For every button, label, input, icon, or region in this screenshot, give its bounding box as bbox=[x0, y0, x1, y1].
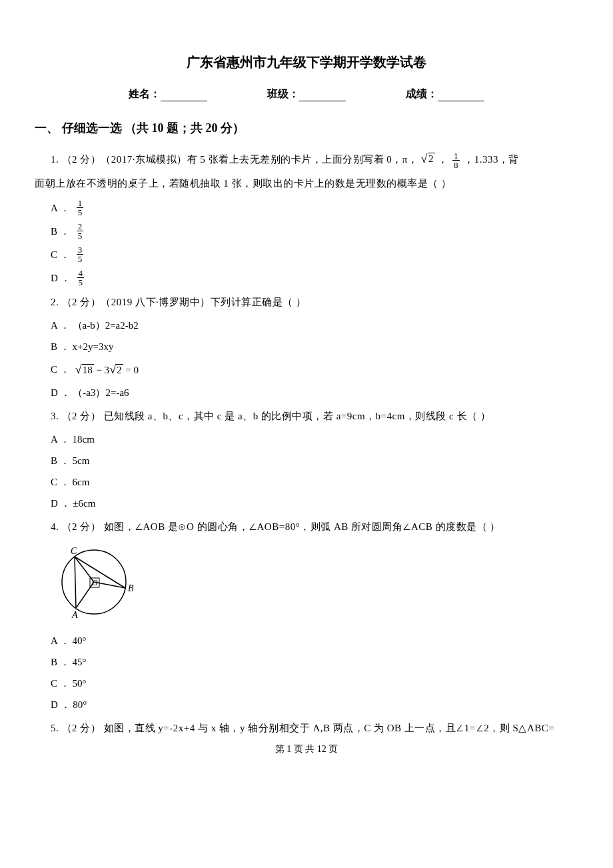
label-C: C bbox=[71, 546, 77, 556]
label-A: A bbox=[71, 610, 78, 620]
question-3: 3. （2 分） 已知线段 a、b、c，其中 c 是 a、b 的比例中项，若 a… bbox=[51, 406, 578, 426]
q3-option-a: A ． 18cm bbox=[51, 431, 578, 447]
svg-line-4 bbox=[75, 557, 76, 608]
sqrt-2-icon: √2 bbox=[421, 147, 435, 171]
class-field: 班级： bbox=[267, 87, 346, 101]
q1-text-c: ，1.333，背 bbox=[464, 154, 519, 165]
q1-text-b: ， bbox=[438, 154, 448, 165]
q2c-expr: √18 − 3√2 = 0 bbox=[75, 360, 139, 379]
q3-option-d: D ． ±6cm bbox=[51, 495, 578, 511]
sqrt-18-icon: √18 bbox=[75, 360, 94, 379]
q4-option-c: C ． 50° bbox=[51, 675, 578, 691]
class-label: 班级： bbox=[267, 88, 299, 99]
svg-line-2 bbox=[76, 582, 94, 608]
q2-option-d: D ． （‐a3）2=‐a6 bbox=[51, 385, 578, 401]
q1-text-a: 1. （2 分）（2017·东城模拟）有 5 张看上去无差别的卡片，上面分别写着… bbox=[51, 154, 418, 165]
circle-angle-icon: C O A B bbox=[51, 541, 144, 621]
q1-option-c: C ． 35 bbox=[51, 245, 578, 263]
q1-option-b: B ． 25 bbox=[51, 222, 578, 240]
question-1: 1. （2 分）（2017·东城模拟）有 5 张看上去无差别的卡片，上面分别写着… bbox=[51, 147, 578, 171]
label-B: B bbox=[128, 583, 134, 593]
q2c-prefix: C ． bbox=[51, 361, 70, 377]
question-2: 2. （2 分）（2019 八下·博罗期中）下列计算正确是（ ） bbox=[51, 292, 578, 312]
label-O: O bbox=[92, 578, 98, 587]
question-1-cont: 面朝上放在不透明的桌子上，若随机抽取 1 张，则取出的卡片上的数是无理数的概率是… bbox=[35, 173, 578, 193]
q3-option-c: C ． 6cm bbox=[51, 474, 578, 490]
exam-page: 广东省惠州市九年级下学期开学数学试卷 姓名： 班级： 成绩： 一、 仔细选一选 … bbox=[0, 0, 613, 769]
q2-option-b: B ． x+2y=3xy bbox=[51, 339, 578, 355]
q4-option-a: A ． 40° bbox=[51, 633, 578, 649]
section-heading: 一、 仔细选一选 （共 10 题；共 20 分） bbox=[35, 120, 578, 136]
question-4: 4. （2 分） 如图，∠AOB 是⊙O 的圆心角，∠AOB=80°，则弧 AB… bbox=[51, 517, 578, 537]
fraction-1-5: 15 bbox=[77, 199, 84, 217]
q1-option-d: D ． 45 bbox=[51, 269, 578, 287]
q2-option-c: C ． √18 − 3√2 = 0 bbox=[51, 360, 578, 379]
score-blank[interactable] bbox=[438, 91, 484, 101]
score-field: 成绩： bbox=[406, 87, 484, 101]
q2-option-a: A ． （a‐b）2=a2‐b2 bbox=[51, 317, 578, 333]
sqrt-2b-icon: √2 bbox=[109, 360, 123, 379]
fraction-3-5: 35 bbox=[77, 245, 84, 263]
question-5: 5. （2 分） 如图，直线 y=-2x+4 与 x 轴，y 轴分别相交于 A,… bbox=[51, 718, 578, 738]
class-blank[interactable] bbox=[299, 91, 346, 101]
q4-figure: C O A B bbox=[51, 541, 578, 623]
page-title: 广东省惠州市九年级下学期开学数学试卷 bbox=[35, 53, 578, 71]
name-field: 姓名： bbox=[129, 87, 207, 101]
q3-option-b: B ． 5cm bbox=[51, 453, 578, 469]
fraction-4-5: 45 bbox=[77, 269, 85, 287]
q4-option-b: B ． 45° bbox=[51, 654, 578, 670]
fraction-1-8: 18 bbox=[452, 151, 460, 169]
name-blank[interactable] bbox=[161, 91, 207, 101]
score-label: 成绩： bbox=[406, 88, 438, 99]
name-label: 姓名： bbox=[129, 88, 161, 99]
page-footer: 第 1 页 共 12 页 bbox=[35, 743, 578, 755]
fraction-2-5: 25 bbox=[77, 222, 84, 240]
student-info-row: 姓名： 班级： 成绩： bbox=[35, 87, 578, 101]
q1-option-a: A ． 15 bbox=[51, 199, 578, 217]
q4-option-d: D ． 80° bbox=[51, 697, 578, 713]
